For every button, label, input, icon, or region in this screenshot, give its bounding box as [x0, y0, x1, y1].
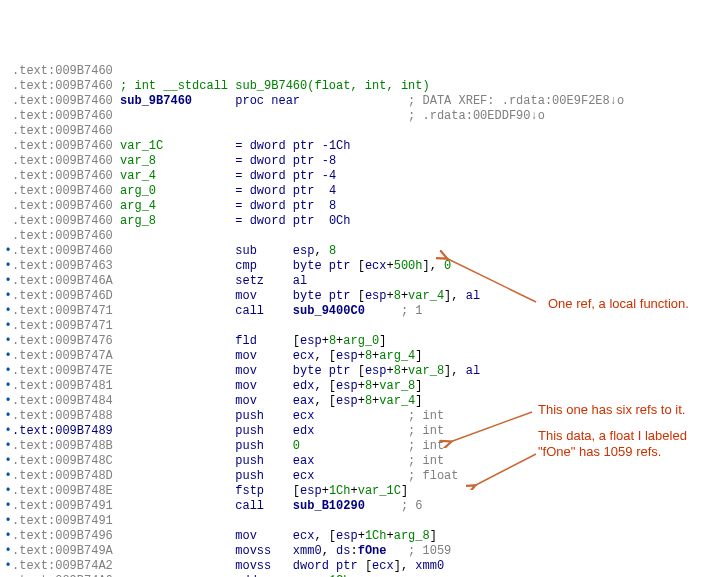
- code-line[interactable]: .text:009B7460 sub_9B7460 proc near ; DA…: [4, 94, 724, 109]
- gutter-dot: •: [4, 274, 12, 289]
- code-line[interactable]: .text:009B7460 var_1C = dword ptr -1Ch: [4, 139, 724, 154]
- mnemonic: mov: [113, 364, 293, 378]
- operand-token: +: [386, 364, 393, 378]
- operand-token[interactable]: var_1C: [358, 484, 401, 498]
- disassembly-listing[interactable]: .text:009B7460 .text:009B7460 ; int __st…: [4, 64, 724, 577]
- address: .text:009B7476: [12, 334, 113, 348]
- operand-token: +: [350, 484, 357, 498]
- var-def: = dword ptr 4: [156, 184, 336, 198]
- mnemonic: call: [113, 499, 293, 513]
- var-name[interactable]: arg_0: [113, 184, 156, 198]
- code-line[interactable]: .text:009B7460: [4, 64, 724, 79]
- operand-token: [: [358, 259, 365, 273]
- gutter-dot: [4, 199, 12, 214]
- mnemonic: push: [113, 439, 293, 453]
- address: .text:009B7460: [12, 199, 113, 213]
- operand-token: 1Ch: [365, 529, 387, 543]
- address: .text:009B7496: [12, 529, 113, 543]
- var-name[interactable]: arg_4: [113, 199, 156, 213]
- operand-token: byte ptr: [293, 259, 358, 273]
- gutter-dot: [4, 79, 12, 94]
- operand-token: 500h: [394, 259, 423, 273]
- code-line[interactable]: •.text:009B74A2 movss dword ptr [ecx], x…: [4, 559, 724, 574]
- operand-token[interactable]: var_4: [379, 394, 415, 408]
- operand-token[interactable]: arg_4: [379, 349, 415, 363]
- var-name[interactable]: arg_8: [113, 214, 156, 228]
- code-line[interactable]: .text:009B7460: [4, 229, 724, 244]
- address: .text:009B7460: [12, 79, 113, 93]
- code-line[interactable]: •.text:009B748D push ecx ; float: [4, 469, 724, 484]
- var-name[interactable]: var_8: [113, 154, 156, 168]
- mnemonic: mov: [113, 394, 293, 408]
- gutter-dot: [4, 184, 12, 199]
- operand-token[interactable]: sub_9400C0: [293, 304, 365, 318]
- code-line[interactable]: •.text:009B7476 fld [esp+8+arg_0]: [4, 334, 724, 349]
- code-line[interactable]: •.text:009B747E mov byte ptr [esp+8+var_…: [4, 364, 724, 379]
- address: .text:009B748B: [12, 439, 113, 453]
- gutter-dot: [4, 169, 12, 184]
- var-name[interactable]: var_1C: [113, 139, 163, 153]
- var-def: = dword ptr 8: [156, 199, 336, 213]
- address: .text:009B7460: [12, 154, 113, 168]
- code-line[interactable]: •.text:009B7471: [4, 319, 724, 334]
- code-line[interactable]: •.text:009B7491: [4, 514, 724, 529]
- address: .text:009B7488: [12, 409, 113, 423]
- gutter-dot: •: [4, 349, 12, 364]
- mnemonic: push: [113, 454, 293, 468]
- var-name[interactable]: var_4: [113, 169, 156, 183]
- operand-token[interactable]: arg_8: [394, 529, 430, 543]
- operand-token: xmm0: [415, 559, 444, 573]
- operand-token: [: [293, 334, 300, 348]
- operand-token: 8: [394, 289, 401, 303]
- code-line[interactable]: •.text:009B747A mov ecx, [esp+8+arg_4]: [4, 349, 724, 364]
- operand-token[interactable]: arg_0: [343, 334, 379, 348]
- operand-token: 0: [444, 259, 451, 273]
- code-line[interactable]: •.text:009B7463 cmp byte ptr [ecx+500h],…: [4, 259, 724, 274]
- xref[interactable]: ; DATA XREF: .rdata:00E9F2E8↓o: [300, 94, 624, 108]
- signature-comment: ; int __stdcall sub_9B7460(float, int, i…: [113, 79, 430, 93]
- annotation-3a: This data, a float I labeled: [538, 428, 687, 443]
- code-line[interactable]: •.text:009B7481 mov edx, [esp+8+var_8]: [4, 379, 724, 394]
- ref-count-comment: ; 1: [365, 304, 423, 318]
- symbol[interactable]: sub_9B7460: [113, 94, 192, 108]
- operand-token[interactable]: fOne: [358, 544, 387, 558]
- code-line[interactable]: .text:009B7460 arg_0 = dword ptr 4: [4, 184, 724, 199]
- code-line[interactable]: •.text:009B7460 sub esp, 8: [4, 244, 724, 259]
- code-line[interactable]: .text:009B7460 var_8 = dword ptr -8: [4, 154, 724, 169]
- code-line[interactable]: .text:009B7460: [4, 124, 724, 139]
- operand-token: dword ptr: [293, 559, 365, 573]
- code-line[interactable]: .text:009B7460 arg_8 = dword ptr 0Ch: [4, 214, 724, 229]
- code-line[interactable]: •.text:009B7491 call sub_B10290 ; 6: [4, 499, 724, 514]
- xref[interactable]: ; .rdata:00EDDF90↓o: [113, 109, 545, 123]
- ref-count-comment: ; 1059: [387, 544, 452, 558]
- operand-token: +: [386, 259, 393, 273]
- code-line[interactable]: .text:009B7460 var_4 = dword ptr -4: [4, 169, 724, 184]
- code-line[interactable]: •.text:009B746A setz al: [4, 274, 724, 289]
- gutter-dot: •: [4, 544, 12, 559]
- gutter-dot: [4, 64, 12, 79]
- annotation-3b: "fOne" has 1059 refs.: [538, 444, 661, 459]
- operand-token[interactable]: var_4: [408, 289, 444, 303]
- operand-token: esp: [336, 379, 358, 393]
- gutter-dot: •: [4, 379, 12, 394]
- code-line[interactable]: •.text:009B7496 mov ecx, [esp+1Ch+arg_8]: [4, 529, 724, 544]
- code-line[interactable]: •.text:009B749A movss xmm0, ds:fOne ; 10…: [4, 544, 724, 559]
- operand-token: 8: [365, 394, 372, 408]
- var-def: = dword ptr 0Ch: [156, 214, 350, 228]
- operand-token: , [: [314, 349, 336, 363]
- code-line[interactable]: •.text:009B748E fstp [esp+1Ch+var_1C]: [4, 484, 724, 499]
- code-line[interactable]: .text:009B7460 arg_4 = dword ptr 8: [4, 199, 724, 214]
- mnemonic: movss: [113, 559, 293, 573]
- operand-token[interactable]: sub_B10290: [293, 499, 365, 513]
- operand-token[interactable]: var_8: [408, 364, 444, 378]
- operand-token[interactable]: var_8: [379, 379, 415, 393]
- directive: proc near: [192, 94, 300, 108]
- code-line[interactable]: .text:009B7460 ; int __stdcall sub_9B746…: [4, 79, 724, 94]
- operand-token: 1Ch: [329, 484, 351, 498]
- address: .text:009B7460: [12, 64, 113, 78]
- gutter-dot: •: [4, 454, 12, 469]
- operand-token: [: [365, 559, 372, 573]
- operand-token: esp: [365, 364, 387, 378]
- code-line[interactable]: .text:009B7460 ; .rdata:00EDDF90↓o: [4, 109, 724, 124]
- mnemonic: cmp: [113, 259, 293, 273]
